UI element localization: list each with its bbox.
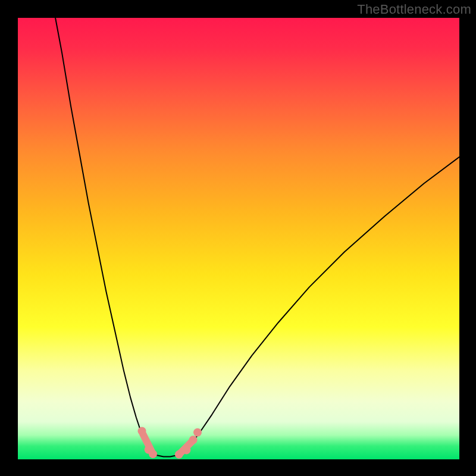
watermark-text: TheBottleneck.com xyxy=(357,2,471,17)
gradient-background xyxy=(18,18,459,459)
plot-area xyxy=(18,18,459,459)
svg-point-4 xyxy=(182,446,190,454)
svg-point-5 xyxy=(189,436,198,444)
svg-point-3 xyxy=(175,450,183,459)
svg-point-0 xyxy=(138,427,146,436)
svg-point-2 xyxy=(149,450,157,458)
chart-frame: TheBottleneck.com xyxy=(0,0,476,476)
svg-point-6 xyxy=(193,428,202,437)
chart-svg xyxy=(18,18,459,459)
